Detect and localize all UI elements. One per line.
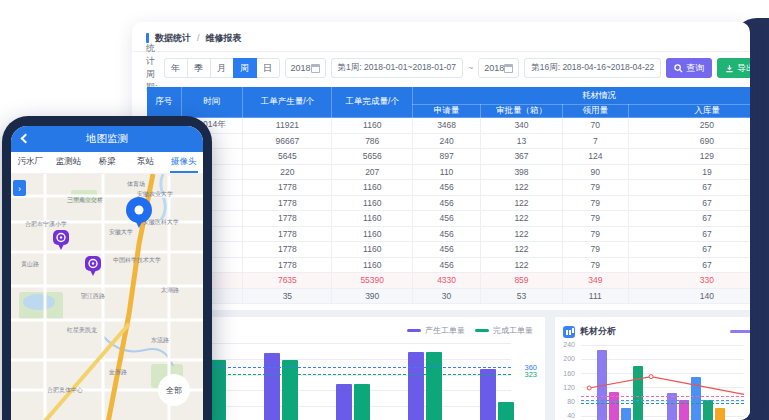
table-cell: 53	[481, 288, 563, 304]
range-separator: ~	[468, 63, 473, 73]
phone-tab-泵站[interactable]: 泵站	[126, 152, 164, 173]
period-option-季[interactable]: 季	[187, 58, 211, 78]
table-row: 7177811604561227967	[147, 211, 751, 227]
bar-产生工单量[interactable]	[408, 352, 424, 420]
y-axis-tick: 80	[567, 398, 575, 405]
table-cell: 456	[413, 242, 481, 258]
table-cell: 1778	[243, 195, 332, 211]
y-axis-tick: 40	[567, 412, 575, 419]
table-cell: 398	[481, 164, 563, 180]
calendar-icon	[311, 64, 320, 73]
table-cell: 340	[481, 118, 563, 134]
table-cell: 330	[628, 273, 750, 289]
col-header-applied: 申请量	[413, 105, 481, 118]
dashboard-card: 数据统计 / 维修报表 统计周期: 年季月周日 2018 第1周: 2018-0…	[132, 22, 750, 420]
query-button[interactable]: 查询	[666, 58, 712, 78]
export-excel-button[interactable]: 导出Excel	[717, 58, 750, 78]
table-cell: 1160	[332, 257, 413, 273]
table-cell: 1160	[332, 242, 413, 258]
end-year-select[interactable]: 2018	[478, 58, 519, 78]
map-view[interactable]: 三里庵立交桥体育场安徽农业大学合肥市宁溪小学安徽大学安徽医科大学中国科学技术大学…	[11, 174, 203, 420]
consumables-chart-header: 耗材分析	[555, 317, 750, 338]
back-icon[interactable]	[21, 134, 31, 144]
table-cell: 122	[481, 242, 563, 258]
total-row: 合计7635553904330859349330	[147, 273, 751, 289]
legend-pill	[407, 329, 421, 332]
phone-tab-监测站[interactable]: 监测站	[49, 152, 87, 173]
bar-完成工单量[interactable]	[426, 352, 442, 420]
gridline	[178, 343, 511, 344]
table-cell: 456	[413, 195, 481, 211]
table-cell: 129	[628, 149, 750, 165]
start-week-input[interactable]: 第1周: 2018-01-01~2018-01-07	[331, 58, 463, 78]
svg-text:全部: 全部	[166, 386, 182, 395]
period-option-周[interactable]: 周	[233, 58, 257, 78]
table-cell: 786	[332, 133, 413, 149]
map-label: 太湖路	[161, 287, 179, 294]
table-row: 10177811604561227967	[147, 257, 751, 273]
map-label: 安徽大学	[109, 228, 133, 236]
period-option-年[interactable]: 年	[164, 58, 188, 78]
screenshot-root: { "colors": { "accent_blue": "#2b7cf0", …	[0, 0, 769, 420]
map-expand-button[interactable]: ›	[13, 180, 26, 196]
table-cell: 456	[413, 226, 481, 242]
y-axis-tick: 240	[563, 341, 575, 348]
table-cell: 70	[562, 118, 628, 134]
y-axis-tick: 200	[563, 355, 575, 362]
table-cell: 240	[413, 133, 481, 149]
bar-完成工单量[interactable]	[282, 360, 298, 420]
charts-strip: 产生工单量完成工单量 360323 耗材分析 2402001601208040	[132, 310, 750, 420]
consumables-chart-plot	[581, 341, 744, 420]
col-header-used: 领用量	[562, 105, 628, 118]
table-cell: 456	[413, 211, 481, 227]
table-cell: 1778	[243, 226, 332, 242]
table-cell: 122	[481, 180, 563, 196]
bar-完成工单量[interactable]	[210, 360, 226, 420]
period-option-月[interactable]: 月	[210, 58, 234, 78]
phone-tab-污水厂[interactable]: 污水厂	[11, 152, 49, 173]
map-all-button[interactable]: 全部	[158, 374, 190, 406]
table-cell: 5656	[332, 149, 413, 165]
table-cell: 67	[628, 242, 750, 258]
bar-完成工单量[interactable]	[354, 384, 370, 420]
bar-产生工单量[interactable]	[336, 384, 352, 420]
table-cell: 13	[481, 133, 563, 149]
table-cell: 7	[562, 133, 628, 149]
table-cell: 4330	[413, 273, 481, 289]
map-label: 安徽医科大学	[143, 218, 179, 226]
map-label: 金寨路	[108, 368, 127, 376]
legend-item[interactable]: 产生工单量	[407, 325, 465, 336]
end-week-value: 第16周: 2018-04-16~2018-04-22	[531, 62, 654, 74]
table-cell: 67	[628, 211, 750, 227]
download-icon	[725, 64, 734, 73]
table-cell: 1160	[332, 180, 413, 196]
phone-tab-桥梁[interactable]: 桥梁	[88, 152, 126, 173]
bar-产生工单量[interactable]	[480, 369, 496, 420]
bar-完成工单量[interactable]	[498, 402, 514, 420]
table-cell: 30	[413, 288, 481, 304]
table-cell: 124	[562, 149, 628, 165]
table-cell: 1778	[243, 257, 332, 273]
col-header-approved: 审批量（箱）	[481, 105, 563, 118]
svg-text:›: ›	[18, 184, 21, 194]
bar-产生工单量[interactable]	[264, 353, 280, 420]
col-header-stocked: 入库量	[628, 105, 750, 118]
report-table: 序号 时间 工单产生量/个 工单完成量/个 耗材情况 申请量 审批量（箱） 领用…	[146, 86, 750, 304]
map-label: 体育场	[127, 180, 145, 188]
table-cell: 859	[481, 273, 563, 289]
period-option-日[interactable]: 日	[256, 58, 280, 78]
col-header-time: 时间	[181, 87, 243, 118]
phone-tab-label: 监测站	[55, 152, 83, 173]
table-cell: 79	[562, 257, 628, 273]
table-cell: 35	[243, 288, 332, 304]
breadcrumb-section[interactable]: 数据统计	[155, 32, 191, 45]
end-week-input[interactable]: 第16周: 2018-04-16~2018-04-22	[524, 58, 661, 78]
legend-label: 完成工单量	[493, 325, 533, 336]
table-cell: 19	[628, 164, 750, 180]
start-year-select[interactable]: 2018	[285, 58, 326, 78]
map-label: 安徽农业大学	[137, 190, 173, 198]
phone-tab-label: 桥梁	[98, 152, 117, 173]
phone-tab-摄像头[interactable]: 摄像头	[165, 152, 203, 173]
legend-item[interactable]: 完成工单量	[475, 325, 533, 336]
phone-header: 地图监测	[11, 126, 203, 152]
